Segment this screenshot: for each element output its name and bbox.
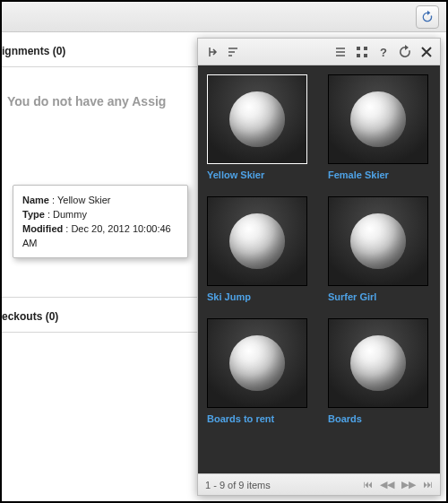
asset-thumbnail[interactable] [207,196,307,286]
asset-label[interactable]: Ski Jump [207,291,307,302]
svg-rect-2 [357,54,360,57]
content-finder-panel: ? Yellow SkierFemale SkierSki JumpSurfer… [197,38,441,496]
refresh-icon [420,10,435,24]
refresh-button[interactable] [416,5,439,29]
pager-next[interactable]: ▶▶ [401,479,416,490]
pager-prev[interactable]: ◀◀ [380,479,394,490]
tooltip-type-label: Type [22,209,45,220]
sphere-icon [229,213,285,269]
asset-thumbnail[interactable] [328,74,428,164]
asset-thumbnail[interactable] [207,318,307,408]
tooltip-name-label: Name [22,195,49,205]
close-icon[interactable] [418,44,435,60]
item-tooltip: Name : Yellow Skier Type : Dummy Modifie… [13,185,188,258]
panel-toolbar: ? [198,39,440,65]
help-icon[interactable]: ? [375,44,392,60]
pager-first[interactable]: ⏮ [363,479,373,490]
pager: ⏮ ◀◀ ▶▶ ⏭ [363,479,433,490]
list-view-icon[interactable] [332,44,349,60]
svg-text:?: ? [380,46,387,59]
asset-tile[interactable]: Female Skier [328,74,428,180]
panel-footer: 1 - 9 of 9 items ⏮ ◀◀ ▶▶ ⏭ [198,473,440,495]
sphere-icon [350,213,406,269]
svg-rect-3 [364,54,367,57]
pager-status: 1 - 9 of 9 items [205,480,271,490]
tooltip-modified-label: Modified [22,223,63,234]
panel-refresh-icon[interactable] [397,44,413,60]
sphere-icon [229,91,285,147]
asset-tile[interactable]: Yellow Skier [207,74,307,180]
asset-label[interactable]: Boards to rent [207,413,307,424]
panel-body: Yellow SkierFemale SkierSki JumpSurfer G… [198,65,440,473]
collapse-icon[interactable] [203,44,220,60]
sphere-icon [350,335,406,391]
asset-tile[interactable]: Surfer Girl [328,196,428,302]
assignments-empty-message: You do not have any Assig [2,67,199,135]
asset-tile[interactable]: Boards [328,318,428,424]
pager-last[interactable]: ⏭ [423,479,433,490]
grid-view-icon[interactable] [354,44,370,60]
asset-label[interactable]: Boards [328,413,428,424]
assignments-header: ignments (0) [2,32,199,67]
asset-tile[interactable]: Ski Jump [207,196,307,302]
tooltip-type-value: Dummy [53,209,87,220]
svg-rect-0 [357,47,360,50]
asset-thumbnail[interactable] [328,318,428,408]
sort-icon[interactable] [225,44,241,60]
asset-label[interactable]: Yellow Skier [207,169,307,180]
tooltip-name-value: Yellow Skier [57,195,111,205]
checkouts-header: eckouts (0) [2,297,199,333]
asset-label[interactable]: Female Skier [328,169,428,180]
asset-thumbnail[interactable] [328,196,428,286]
asset-tile[interactable]: Boards to rent [207,318,307,424]
asset-label[interactable]: Surfer Girl [328,291,428,302]
left-column: ignments (0) You do not have any Assig e… [2,32,199,501]
svg-rect-1 [364,47,367,50]
sphere-icon [229,335,285,391]
top-toolbar [2,2,446,32]
asset-thumbnail[interactable] [207,74,307,164]
sphere-icon [350,91,406,147]
